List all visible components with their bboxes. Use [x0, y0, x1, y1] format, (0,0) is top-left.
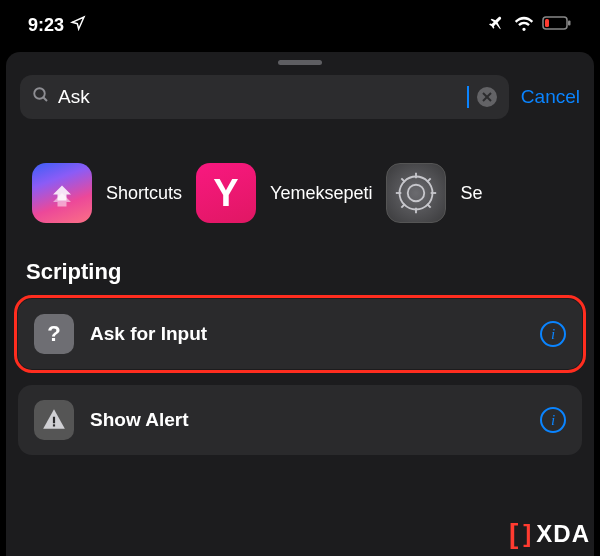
info-button[interactable]: i: [540, 321, 566, 347]
svg-rect-17: [53, 417, 55, 424]
wifi-icon: [514, 16, 534, 35]
svg-rect-18: [53, 424, 55, 426]
search-text-wrapper[interactable]: [58, 86, 469, 108]
svg-rect-1: [568, 21, 571, 26]
xda-text: XDA: [536, 520, 590, 548]
cancel-button[interactable]: Cancel: [521, 86, 580, 108]
search-input[interactable]: [58, 86, 467, 108]
apps-row[interactable]: Shortcuts Y Yemeksepeti Se: [6, 129, 594, 253]
status-right: [488, 14, 572, 36]
settings-icon: [386, 163, 446, 223]
svg-line-16: [402, 204, 406, 208]
text-cursor: [467, 86, 469, 108]
question-icon: ?: [34, 314, 74, 354]
status-time: 9:23: [28, 15, 64, 36]
bracket-icon: [: [509, 518, 519, 550]
app-label: Yemeksepeti: [270, 183, 372, 204]
app-settings[interactable]: Se: [386, 163, 482, 223]
sheet-grabber[interactable]: [278, 60, 322, 65]
app-label: Se: [460, 183, 482, 204]
app-yemeksepeti[interactable]: Y Yemeksepeti: [196, 163, 372, 223]
yemeksepeti-icon: Y: [196, 163, 256, 223]
location-icon: [70, 15, 86, 36]
battery-low-icon: [542, 16, 572, 34]
shortcuts-icon: [32, 163, 92, 223]
action-picker-sheet: Cancel Shortcuts Y Yemeksepeti Se Script…: [6, 52, 594, 556]
search-row: Cancel: [6, 75, 594, 129]
action-label: Ask for Input: [90, 323, 524, 345]
info-button[interactable]: i: [540, 407, 566, 433]
action-list: ? Ask for Input i Show Alert i: [6, 299, 594, 455]
svg-line-4: [43, 97, 47, 101]
svg-point-3: [34, 88, 45, 99]
action-ask-for-input[interactable]: ? Ask for Input i: [18, 299, 582, 369]
status-left: 9:23: [28, 15, 86, 36]
airplane-icon: [488, 14, 506, 36]
app-label: Shortcuts: [106, 183, 182, 204]
search-field[interactable]: [20, 75, 509, 119]
search-icon: [32, 86, 50, 108]
bracket-icon: ]: [523, 520, 532, 548]
svg-line-15: [427, 178, 431, 182]
xda-watermark: [ ] XDA: [509, 518, 590, 550]
svg-rect-2: [545, 19, 549, 27]
alert-icon: [34, 400, 74, 440]
svg-point-8: [408, 185, 425, 202]
status-bar: 9:23: [0, 0, 600, 44]
svg-line-13: [402, 178, 406, 182]
section-title: Scripting: [6, 253, 594, 299]
svg-line-14: [427, 204, 431, 208]
clear-search-button[interactable]: [477, 87, 497, 107]
action-show-alert[interactable]: Show Alert i: [18, 385, 582, 455]
app-shortcuts[interactable]: Shortcuts: [32, 163, 182, 223]
action-label: Show Alert: [90, 409, 524, 431]
